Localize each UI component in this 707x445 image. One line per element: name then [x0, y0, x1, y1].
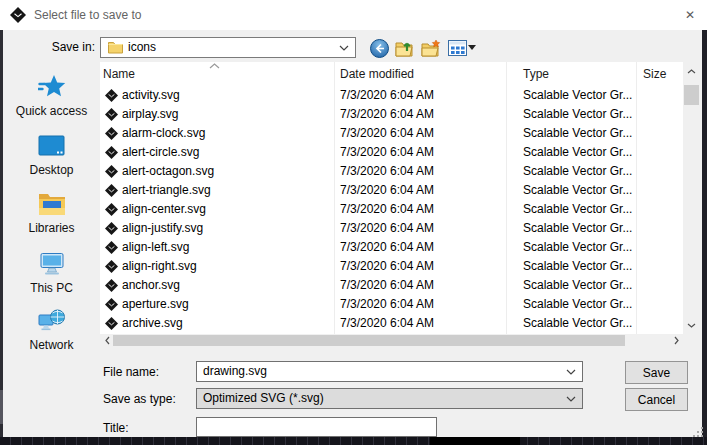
vertical-scrollbar[interactable]: [683, 62, 700, 334]
table-row[interactable]: align-center.svg 7/3/2020 6:04 AM Scalab…: [100, 200, 683, 219]
table-row[interactable]: anchor.svg 7/3/2020 6:04 AM Scalable Vec…: [100, 276, 683, 295]
table-row[interactable]: alarm-clock.svg 7/3/2020 6:04 AM Scalabl…: [100, 124, 683, 143]
file-date: 7/3/2020 6:04 AM: [340, 276, 434, 295]
file-type: Scalable Vector Gr...: [523, 86, 632, 105]
file-date: 7/3/2020 6:04 AM: [340, 314, 434, 333]
cancel-button[interactable]: Cancel: [625, 388, 688, 411]
save-as-type-value: Optimized SVG (*.svg): [203, 389, 324, 408]
table-row[interactable]: align-justify.svg 7/3/2020 6:04 AM Scala…: [100, 219, 683, 238]
save-in-dropdown[interactable]: icons: [100, 37, 356, 58]
sidebar-item-network[interactable]: Network: [3, 307, 100, 352]
svg-file-icon: [105, 279, 118, 292]
sidebar-item-libraries[interactable]: Libraries: [3, 190, 100, 235]
file-date: 7/3/2020 6:04 AM: [340, 200, 434, 219]
svg-file-icon: [105, 298, 118, 311]
save-button[interactable]: Save: [625, 361, 688, 384]
scroll-left-arrow-icon[interactable]: [100, 334, 114, 347]
inkscape-logo-icon: [10, 7, 26, 23]
file-name: activity.svg: [122, 86, 180, 105]
scroll-down-arrow-icon[interactable]: [683, 318, 700, 332]
sidebar-item-label: This PC: [3, 281, 100, 295]
scroll-up-arrow-icon[interactable]: [683, 64, 700, 78]
sidebar-item-quick-access[interactable]: Quick access: [3, 73, 100, 118]
file-date: 7/3/2020 6:04 AM: [340, 257, 434, 276]
places-sidebar: Quick access Desktop Libraries: [3, 60, 100, 360]
cancel-button-label: Cancel: [638, 393, 675, 407]
table-row[interactable]: alert-triangle.svg 7/3/2020 6:04 AM Scal…: [100, 181, 683, 200]
folder-icon: [108, 41, 123, 54]
file-name-label: File name:: [103, 365, 193, 379]
save-as-type-dropdown[interactable]: Optimized SVG (*.svg): [196, 388, 583, 409]
horizontal-scrollbar[interactable]: [100, 334, 683, 347]
file-rows: activity.svg 7/3/2020 6:04 AM Scalable V…: [100, 86, 683, 333]
column-header-date-modified[interactable]: Date modified: [340, 62, 414, 86]
file-type: Scalable Vector Gr...: [523, 200, 632, 219]
column-header-name[interactable]: Name: [103, 62, 135, 86]
svg-file-icon: [105, 222, 118, 235]
vertical-scroll-thumb[interactable]: [684, 85, 699, 105]
file-date: 7/3/2020 6:04 AM: [340, 143, 434, 162]
svg-file-icon: [105, 108, 118, 121]
file-type: Scalable Vector Gr...: [523, 105, 632, 124]
save-as-type-label: Save as type:: [103, 392, 193, 406]
file-type: Scalable Vector Gr...: [523, 238, 632, 257]
file-name: alert-circle.svg: [122, 143, 199, 162]
background-window-right-edge: [702, 30, 707, 437]
column-header-size[interactable]: Size: [643, 62, 666, 86]
view-menu-caret-icon[interactable]: [468, 45, 476, 50]
table-row[interactable]: alert-circle.svg 7/3/2020 6:04 AM Scalab…: [100, 143, 683, 162]
title-input[interactable]: [196, 417, 437, 437]
svg-file-icon: [105, 89, 118, 102]
table-row[interactable]: align-right.svg 7/3/2020 6:04 AM Scalabl…: [100, 257, 683, 276]
file-date: 7/3/2020 6:04 AM: [340, 162, 434, 181]
sidebar-item-label: Desktop: [3, 163, 100, 177]
create-new-folder-icon: [421, 39, 441, 58]
file-type: Scalable Vector Gr...: [523, 143, 632, 162]
title-field-label: Title:: [103, 421, 193, 435]
network-icon: [38, 308, 66, 334]
horizontal-scroll-thumb[interactable]: [113, 335, 625, 346]
save-in-label: Save in:: [30, 40, 95, 54]
close-button[interactable]: ✕: [673, 0, 707, 30]
file-type: Scalable Vector Gr...: [523, 124, 632, 143]
file-name: airplay.svg: [122, 105, 178, 124]
file-name: archive.svg: [122, 314, 183, 333]
up-one-level-button[interactable]: [394, 37, 416, 59]
table-row[interactable]: align-left.svg 7/3/2020 6:04 AM Scalable…: [100, 238, 683, 257]
file-date: 7/3/2020 6:04 AM: [340, 124, 434, 143]
svg-file-icon: [105, 317, 118, 330]
scroll-right-arrow-icon[interactable]: [669, 334, 683, 347]
resize-grip[interactable]: [692, 426, 704, 438]
back-button[interactable]: [368, 37, 390, 59]
table-row[interactable]: airplay.svg 7/3/2020 6:04 AM Scalable Ve…: [100, 105, 683, 124]
table-row[interactable]: activity.svg 7/3/2020 6:04 AM Scalable V…: [100, 86, 683, 105]
sidebar-item-this-pc[interactable]: This PC: [3, 250, 100, 295]
table-row[interactable]: aperture.svg 7/3/2020 6:04 AM Scalable V…: [100, 295, 683, 314]
view-menu-button[interactable]: [446, 37, 468, 59]
file-name: align-justify.svg: [122, 219, 203, 238]
svg-file-icon: [105, 165, 118, 178]
column-header-type[interactable]: Type: [523, 62, 549, 86]
desktop-icon: [38, 135, 65, 157]
back-icon: [370, 39, 389, 58]
chevron-down-icon: [566, 369, 576, 375]
close-icon: ✕: [685, 8, 695, 22]
file-name: alert-triangle.svg: [122, 181, 211, 200]
file-name-combobox[interactable]: drawing.svg: [196, 361, 583, 382]
svg-file-icon: [105, 241, 118, 254]
sidebar-item-label: Network: [3, 338, 100, 352]
save-button-label: Save: [643, 366, 670, 380]
svg-file-icon: [105, 184, 118, 197]
file-type: Scalable Vector Gr...: [523, 314, 632, 333]
table-row[interactable]: archive.svg 7/3/2020 6:04 AM Scalable Ve…: [100, 314, 683, 333]
file-name: align-left.svg: [122, 238, 189, 257]
file-date: 7/3/2020 6:04 AM: [340, 86, 434, 105]
table-row[interactable]: alert-octagon.svg 7/3/2020 6:04 AM Scala…: [100, 162, 683, 181]
create-new-folder-button[interactable]: [420, 37, 442, 59]
chevron-down-icon: [566, 396, 576, 402]
sidebar-item-desktop[interactable]: Desktop: [3, 132, 100, 177]
file-name-value: drawing.svg: [203, 362, 267, 381]
svg-file-icon: [105, 127, 118, 140]
svg-file-icon: [105, 203, 118, 216]
save-in-value: icons: [128, 38, 156, 57]
